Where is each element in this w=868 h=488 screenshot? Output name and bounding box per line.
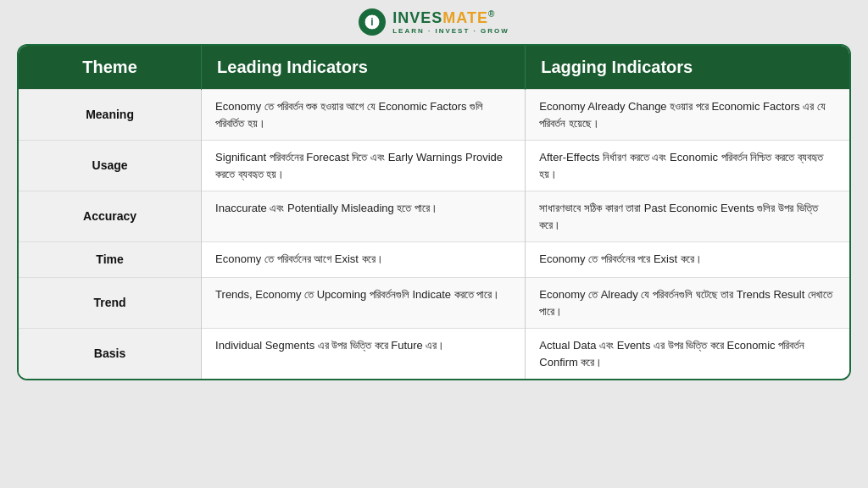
logo-name: INVESMATE® (392, 9, 509, 27)
cell-lagging: After-Effects নির্ধারণ করতে এবং Economic… (526, 141, 849, 191)
logo-icon: i (359, 8, 386, 36)
table-row: UsageSignificant পরিবর্তনের Forecast দিত… (19, 141, 849, 191)
cell-leading: Trends, Economy তে Upcoming পরিবর্তনগুলি… (202, 278, 526, 329)
logo-tagline: LEARN · INVEST · GROW (392, 27, 509, 35)
cell-theme: Usage (19, 141, 202, 191)
table-row: BasisIndividual Segments এর উপর ভিত্তি ক… (19, 329, 849, 380)
header-theme: Theme (19, 46, 202, 90)
table-row: TrendTrends, Economy তে Upcoming পরিবর্ত… (19, 278, 849, 329)
cell-theme: Trend (19, 278, 202, 329)
logo-area: i INVESMATE® LEARN · INVEST · GROW (359, 8, 509, 36)
cell-leading: Economy তে পরিবর্তন শুক হওয়ার আগে যে Ec… (202, 90, 526, 141)
logo-text: INVESMATE® LEARN · INVEST · GROW (392, 9, 509, 35)
comparison-table: Theme Leading Indicators Lagging Indicat… (17, 44, 851, 380)
cell-lagging: Economy Already Change হওয়ার পরে Econom… (526, 90, 849, 141)
cell-leading: Economy তে পরিবর্তনের আগে Exist করে। (202, 242, 526, 278)
cell-leading: Inaccurate এবং Potentially Misleading হত… (202, 191, 526, 242)
cell-leading: Significant পরিবর্তনের Forecast দিতে এবং… (202, 141, 526, 191)
svg-text:i: i (371, 16, 374, 28)
cell-theme: Time (19, 242, 202, 278)
table-row: MeaningEconomy তে পরিবর্তন শুক হওয়ার আগ… (19, 90, 849, 141)
cell-lagging: সাধারণভাবে সঠিক কারণ তারা Past Economic … (526, 191, 849, 242)
cell-lagging: Economy তে পরিবর্তনের পরে Exist করে। (526, 242, 849, 278)
header-lagging: Lagging Indicators (526, 46, 849, 90)
cell-theme: Basis (19, 329, 202, 380)
cell-theme: Accuracy (19, 191, 202, 242)
table-row: TimeEconomy তে পরিবর্তনের আগে Exist করে।… (19, 242, 849, 278)
table-row: AccuracyInaccurate এবং Potentially Misle… (19, 191, 849, 242)
cell-lagging: Economy তে Already যে পরিবর্তনগুলি ঘটেছে… (526, 278, 849, 329)
cell-theme: Meaning (19, 90, 202, 141)
cell-lagging: Actual Data এবং Events এর উপর ভিত্তি করে… (526, 329, 849, 380)
header-leading: Leading Indicators (202, 46, 526, 90)
cell-leading: Individual Segments এর উপর ভিত্তি করে Fu… (202, 329, 526, 380)
